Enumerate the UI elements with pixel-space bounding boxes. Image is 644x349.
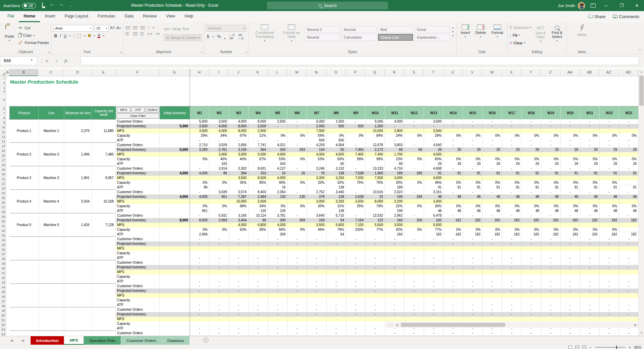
- week-cell[interactable]: 0%: [522, 204, 541, 209]
- week-cell[interactable]: 59%: [307, 133, 327, 138]
- week-cell[interactable]: 77%: [424, 227, 444, 232]
- row-label-customer_orders[interactable]: Customer Orders: [116, 119, 160, 124]
- week-cell[interactable]: -: [483, 331, 502, 336]
- week-cell[interactable]: -: [502, 237, 522, 242]
- week-cell[interactable]: -: [405, 124, 424, 129]
- week-cell[interactable]: -: [210, 265, 229, 270]
- week-cell[interactable]: [502, 246, 522, 251]
- week-cell[interactable]: [405, 209, 424, 213]
- week-cell[interactable]: -: [483, 312, 502, 317]
- column-header-K[interactable]: K: [248, 69, 268, 76]
- week-cell[interactable]: [346, 270, 366, 274]
- week-cell[interactable]: 130: [268, 194, 288, 199]
- week-cell[interactable]: [346, 246, 366, 251]
- row-header-48[interactable]: 48: [0, 304, 6, 308]
- week-cell[interactable]: [327, 321, 346, 326]
- week-cell[interactable]: -: [385, 307, 405, 312]
- week-cell[interactable]: [268, 298, 288, 303]
- week-cell[interactable]: [580, 317, 600, 321]
- column-header-Q[interactable]: Q: [365, 69, 385, 76]
- row-label-mps[interactable]: MPS: [116, 223, 160, 227]
- column-header-A[interactable]: A: [6, 69, 9, 76]
- clear-filter-button[interactable]: Clear Filter: [117, 113, 159, 119]
- week-cell[interactable]: -: [522, 190, 541, 194]
- week-cell[interactable]: 182: [424, 218, 444, 223]
- week-cell[interactable]: -: [346, 119, 366, 124]
- week-cell[interactable]: [327, 293, 346, 298]
- row-label-atp[interactable]: ATP: [116, 162, 160, 166]
- week-cell[interactable]: -: [600, 119, 619, 124]
- week-cell[interactable]: 5,000: [190, 119, 210, 124]
- week-cell[interactable]: 309: [268, 218, 288, 223]
- week-cell[interactable]: [580, 152, 600, 157]
- week-cell[interactable]: -: [385, 279, 405, 284]
- week-cell[interactable]: -: [249, 242, 268, 246]
- week-cell[interactable]: 500: [327, 138, 346, 143]
- week-cell[interactable]: [307, 270, 327, 274]
- week-cell[interactable]: -: [405, 119, 424, 124]
- week-cell[interactable]: [190, 176, 210, 180]
- week-cell[interactable]: [405, 298, 424, 303]
- week-cell[interactable]: 75%: [366, 180, 385, 185]
- week-cell[interactable]: [424, 246, 444, 251]
- week-cell[interactable]: [307, 246, 327, 251]
- column-header-M[interactable]: M: [287, 69, 307, 76]
- week-cell[interactable]: -: [405, 166, 424, 171]
- week-cell[interactable]: [561, 274, 580, 279]
- week-cell[interactable]: -: [229, 260, 249, 265]
- week-cell[interactable]: [444, 317, 463, 321]
- week-cell[interactable]: 4,000: [268, 152, 288, 157]
- week-cell[interactable]: -: [561, 213, 580, 218]
- column-header-O[interactable]: O: [326, 69, 346, 76]
- week-cell[interactable]: -: [502, 307, 522, 312]
- week-cell[interactable]: -: [288, 331, 307, 336]
- week-cell[interactable]: -: [307, 289, 327, 293]
- row-header-36[interactable]: 36: [0, 247, 6, 252]
- product-min-lot[interactable]: [64, 307, 92, 331]
- week-cell[interactable]: 182: [619, 218, 638, 223]
- week-cell[interactable]: -: [561, 307, 580, 312]
- week-cell[interactable]: [619, 270, 638, 274]
- week-cell[interactable]: [210, 298, 229, 303]
- week-cell[interactable]: -: [307, 242, 327, 246]
- week-cell[interactable]: 79%: [366, 204, 385, 209]
- week-cell[interactable]: 182: [444, 232, 463, 237]
- week-cell[interactable]: -: [249, 260, 268, 265]
- week-cell[interactable]: 48: [600, 194, 619, 199]
- sheet-tab-customer-orders[interactable]: Customer Orders: [121, 336, 162, 345]
- week-cell[interactable]: -: [541, 279, 561, 284]
- product-line[interactable]: Machine 4: [39, 190, 64, 213]
- formula-input[interactable]: [81, 56, 639, 65]
- week-cell[interactable]: 0%: [210, 204, 229, 209]
- decrease-indent-icon[interactable]: ⇤≡: [148, 32, 152, 36]
- product-line[interactable]: [39, 237, 64, 260]
- week-cell[interactable]: 189: [385, 171, 405, 176]
- row-label-atp[interactable]: ATP: [116, 279, 160, 284]
- week-cell[interactable]: 182: [580, 218, 600, 223]
- week-cell[interactable]: -: [210, 237, 229, 242]
- week-cell[interactable]: 22: [366, 194, 385, 199]
- row-header-33[interactable]: 33: [0, 233, 6, 238]
- week-cell[interactable]: -: [580, 279, 600, 284]
- week-cell[interactable]: [307, 209, 327, 213]
- week-cell[interactable]: 54: [327, 232, 346, 237]
- week-cell[interactable]: -: [405, 143, 424, 147]
- week-cell[interactable]: [522, 251, 541, 256]
- week-cell[interactable]: -: [580, 166, 600, 171]
- week-cell[interactable]: [561, 152, 580, 157]
- product-name[interactable]: Product 3: [10, 166, 39, 189]
- row-header-8[interactable]: 8: [0, 116, 6, 120]
- week-cell[interactable]: -: [522, 303, 541, 307]
- week-cell[interactable]: 3,500: [424, 129, 444, 133]
- week-cell[interactable]: [600, 246, 619, 251]
- product-name[interactable]: [10, 237, 39, 260]
- week-cell[interactable]: 29: [541, 162, 561, 166]
- week-cell[interactable]: 24%: [385, 133, 405, 138]
- week-cell[interactable]: 0%: [502, 157, 522, 162]
- initial-inventory-cell[interactable]: [160, 246, 190, 251]
- week-cell[interactable]: [210, 176, 229, 180]
- week-cell[interactable]: -: [483, 260, 502, 265]
- week-cell[interactable]: -: [346, 289, 366, 293]
- sort-filter-button[interactable]: AZ▽Sort & Filter▾: [533, 26, 548, 43]
- week-cell[interactable]: -: [268, 307, 288, 312]
